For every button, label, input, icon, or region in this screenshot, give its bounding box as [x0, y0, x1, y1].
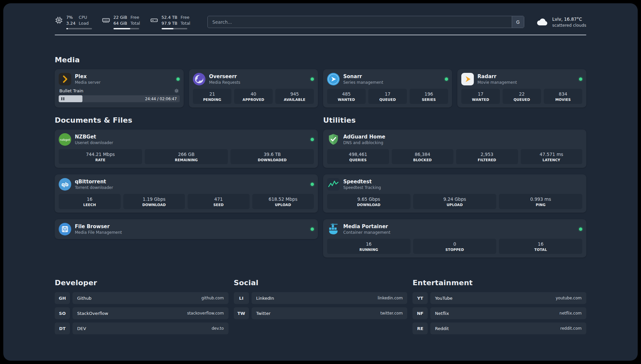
- stat-tile: 498,461 QUERIES: [327, 149, 389, 164]
- bookmark-abbr[interactable]: DT: [55, 322, 70, 334]
- bookmark-abbr[interactable]: NF: [412, 307, 428, 319]
- stat-tile: 16 LEECH: [59, 194, 121, 209]
- bookmark-abbr[interactable]: RE: [412, 322, 428, 334]
- app-title: Overseerr: [209, 74, 240, 79]
- search-engine-button[interactable]: G: [512, 16, 524, 28]
- cpu-load-value: 3.24: [66, 20, 76, 26]
- bookmark-abbr[interactable]: SO: [55, 307, 70, 319]
- bookmark-url: twitter.com: [380, 311, 403, 316]
- stat-value: 0.993 ms: [500, 197, 581, 202]
- qbittorrent-card[interactable]: qb qBittorrent Torrent downloader 16: [55, 174, 318, 213]
- stat-tile: 834 MOVIES: [544, 89, 582, 104]
- gear-icon[interactable]: [174, 88, 179, 93]
- stat-tile: 86,384 BLOCKED: [392, 149, 454, 164]
- bookmark-linkedin[interactable]: LI LinkedIn linkedin.com: [234, 292, 408, 304]
- bookmark-name: Reddit: [435, 326, 449, 331]
- disk-icon: [150, 16, 158, 24]
- stat-value: 0: [414, 241, 495, 247]
- stat-tile: 0.993 ms PING: [499, 194, 582, 209]
- bookmark-netflix[interactable]: NF Netflix netflix.com: [412, 307, 586, 319]
- bookmark-dev[interactable]: DT DEV dev.to: [55, 322, 229, 334]
- ram-free-value: 22 GiB: [113, 15, 127, 20]
- status-dot: [445, 77, 448, 81]
- stat-label: SEED: [189, 203, 248, 207]
- stat-label: WANTED: [328, 98, 364, 102]
- plex-card[interactable]: Plex Media server Bullet Train: [55, 69, 184, 107]
- documents-section: Documents & Files nzbget NZBGet Usenet d…: [55, 116, 318, 239]
- bookmark-url: stackoverflow.com: [187, 311, 224, 316]
- app-title: Speedtest: [343, 179, 381, 185]
- speedtest-card[interactable]: Speedtest Speedtest Tracking 9.65 Gbps D…: [323, 174, 586, 213]
- radarr-card[interactable]: Radarr Movie management 17 WANTED 22 QUE…: [457, 69, 586, 107]
- status-dot: [311, 183, 314, 186]
- playback-progress-bar[interactable]: 24:44 / 02:06:47: [59, 95, 180, 102]
- cpu-percent: 7%: [66, 15, 76, 20]
- stat-tile: 1.19 Gbps DOWNLOAD: [123, 194, 185, 209]
- stat-tile: 47.571 ms LATENCY: [521, 149, 583, 164]
- bookmark-url: dev.to: [212, 326, 224, 331]
- playback-time: 24:44 / 02:06:47: [145, 97, 177, 101]
- stat-value: 47.571 ms: [522, 152, 581, 157]
- bookmark-github[interactable]: GH Github github.com: [55, 292, 229, 304]
- status-dot: [311, 138, 314, 141]
- adguard-card[interactable]: AdGuard Home DNS and adblocking 498,461 …: [323, 130, 586, 168]
- disk-meter: [162, 28, 187, 29]
- stat-tile: 16 TOTAL: [499, 239, 582, 254]
- app-subtitle: Torrent downloader: [75, 185, 113, 190]
- pause-icon[interactable]: [61, 97, 64, 100]
- social-bookmarks-section: Social LI LinkedIn linkedin.com TW Twitt…: [234, 279, 408, 319]
- stat-label: BLOCKED: [393, 158, 452, 162]
- utilities-section: Utilities AdGuard Home DNS and adblockin…: [323, 116, 586, 258]
- stat-label: RUNNING: [328, 248, 409, 252]
- filebrowser-icon: [59, 223, 71, 235]
- stat-label: REMAINING: [146, 158, 227, 162]
- ram-meter-fill: [113, 28, 130, 29]
- sonarr-card[interactable]: Sonarr Series management 485 WANTED 17 Q…: [323, 69, 452, 107]
- app-subtitle: Series management: [343, 80, 383, 85]
- topbar-divider: [55, 35, 586, 35]
- overseerr-card[interactable]: Overseerr Media Requests 21 PENDING 40 A…: [189, 69, 318, 107]
- bookmark-url: linkedin.com: [378, 296, 403, 300]
- stat-value: 2,953: [457, 152, 517, 157]
- stat-tile: 17 QUEUED: [368, 89, 407, 104]
- ram-widget: 22 GiB 64 GiB Free Total: [102, 15, 140, 29]
- cpu-label: CPU: [79, 15, 89, 20]
- bookmark-abbr[interactable]: YT: [412, 292, 428, 304]
- app-subtitle: Speedtest Tracking: [343, 185, 381, 190]
- documents-section-title: Documents & Files: [55, 116, 318, 124]
- app-title: Sonarr: [343, 74, 383, 79]
- ram-meter: [113, 28, 139, 29]
- stat-value: 196: [411, 91, 447, 97]
- stat-value: 744.21 Mbps: [60, 152, 141, 157]
- stat-label: RATE: [60, 158, 141, 162]
- developer-bookmarks-section: Developer GH Github github.com SO StackO…: [55, 279, 229, 334]
- bookmark-abbr[interactable]: LI: [234, 292, 249, 304]
- stat-tile: 9.65 Gbps DOWNLOAD: [327, 194, 411, 209]
- entertainment-bookmarks-section: Entertainment YT YouTube youtube.com NF …: [412, 279, 586, 334]
- bookmark-abbr[interactable]: TW: [234, 307, 249, 319]
- nzbget-icon: nzbget: [59, 133, 71, 146]
- bookmark-twitter[interactable]: TW Twitter twitter.com: [234, 307, 408, 319]
- filebrowser-card[interactable]: File Browser Media File Management: [55, 219, 318, 239]
- stat-value: 1.19 Gbps: [125, 197, 184, 202]
- portainer-card[interactable]: Media Portainer Container management 16 …: [323, 219, 586, 258]
- app-subtitle: Usenet downloader: [75, 140, 113, 145]
- stat-value: 16: [500, 241, 581, 247]
- nzbget-card[interactable]: nzbget NZBGet Usenet downloader 744.21 M…: [55, 130, 318, 168]
- plex-icon: [59, 73, 71, 85]
- bookmark-reddit[interactable]: RE Reddit reddit.com: [412, 322, 586, 334]
- bookmark-stackoverflow[interactable]: SO StackOverflow stackoverflow.com: [55, 307, 229, 319]
- search-input[interactable]: [208, 16, 512, 28]
- cpu-icon: [55, 16, 63, 24]
- bookmark-abbr[interactable]: GH: [55, 292, 70, 304]
- stat-tile: 744.21 Mbps RATE: [59, 149, 142, 164]
- bookmark-youtube[interactable]: YT YouTube youtube.com: [412, 292, 586, 304]
- app-title: File Browser: [75, 224, 122, 229]
- stat-label: UPLOAD: [254, 203, 313, 207]
- bookmark-name: Github: [77, 296, 92, 301]
- bookmark-name: YouTube: [435, 296, 452, 301]
- app-title: Radarr: [477, 74, 517, 79]
- stat-label: PENDING: [194, 98, 230, 102]
- stat-value: 21: [194, 91, 230, 97]
- bookmark-url: netflix.com: [560, 311, 582, 316]
